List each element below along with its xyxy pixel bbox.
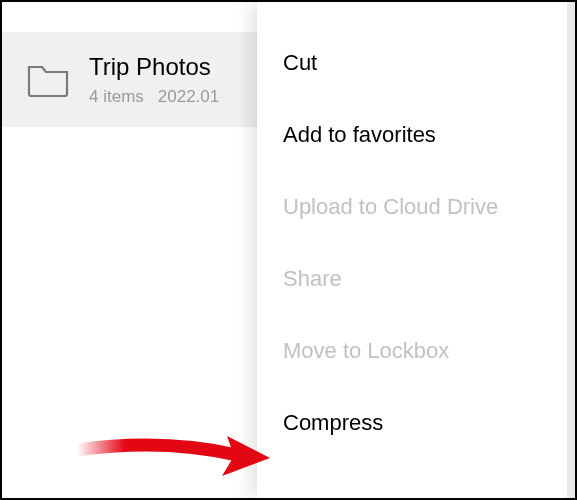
folder-date: 2022.01 <box>158 87 219 107</box>
scroll-edge <box>567 2 575 498</box>
folder-name: Trip Photos <box>89 53 219 81</box>
menu-item-add-favorites[interactable]: Add to favorites <box>257 99 567 171</box>
file-manager-screen: Trip Photos 4 items 2022.01 Cut Add to f… <box>2 2 575 498</box>
menu-item-compress[interactable]: Compress <box>257 387 567 459</box>
menu-item-upload-cloud[interactable]: Upload to Cloud Drive <box>257 171 567 243</box>
menu-item-cut[interactable]: Cut <box>257 27 567 99</box>
menu-item-share[interactable]: Share <box>257 243 567 315</box>
menu-item-move-lockbox[interactable]: Move to Lockbox <box>257 315 567 387</box>
folder-meta: 4 items 2022.01 <box>89 87 219 107</box>
folder-info: Trip Photos 4 items 2022.01 <box>89 53 219 107</box>
folder-items-count: 4 items <box>89 87 144 107</box>
annotation-arrow <box>72 430 270 485</box>
context-menu: Cut Add to favorites Upload to Cloud Dri… <box>257 2 567 498</box>
folder-icon <box>27 62 69 97</box>
